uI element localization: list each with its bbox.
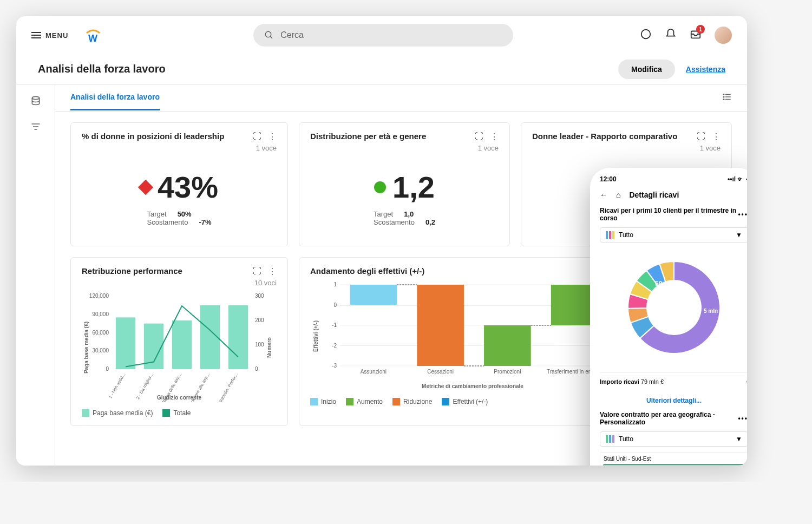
svg-point-14 (723, 99, 724, 100)
svg-text:5 - Straordin. Perfor…: 5 - Straordin. Perfor… (214, 372, 239, 402)
kpi-value: 1,2 (392, 169, 435, 205)
filter-value: Tutto (619, 231, 633, 239)
mobile-overlay: 12:00 ••ıl ᯤ ▪ ← ⌂ Dettagli ricavi Ricav… (590, 168, 747, 466)
mobile-summary-row[interactable]: Importo ricavi 79 mln € › (600, 372, 747, 390)
expand-icon[interactable]: ⛶ (253, 266, 261, 277)
target-value: 50% (178, 210, 192, 218)
mobile-filter-select-2[interactable]: Tutto ▼ (600, 431, 747, 447)
mobile-filter-select[interactable]: Tutto ▼ (600, 227, 747, 243)
tab-analisi[interactable]: Analisi della forza lavoro (70, 93, 160, 110)
mobile-header: ← ⌂ Dettagli ricavi (600, 191, 747, 199)
svg-text:-2: -2 (332, 343, 337, 349)
target-value: 1,0 (404, 210, 414, 218)
more-icon[interactable]: ⋮ (268, 132, 277, 142)
card-title: Andamento degli effettivi (+/-) (310, 266, 424, 276)
search-placeholder: Cerca (280, 30, 304, 40)
svg-text:90,000: 90,000 (92, 311, 109, 317)
card-title: Retribuzione performance (82, 266, 182, 276)
card-subtitle: 1 voce (310, 144, 499, 152)
deviation-label: Scostamento (374, 218, 415, 226)
svg-point-5 (32, 97, 39, 100)
svg-text:50 mln €: 50 mln € (655, 280, 681, 287)
tabs: Analisi della forza lavoro (55, 84, 747, 112)
diamond-icon (138, 179, 153, 194)
mobile-section-title: Ricavi per i primi 10 clienti per il tri… (600, 207, 738, 222)
filter-value: Tutto (619, 435, 633, 443)
search-input[interactable]: Cerca (253, 24, 513, 47)
expand-icon[interactable]: ⛶ (475, 132, 483, 142)
home-icon[interactable]: ⌂ (616, 191, 620, 199)
chat-icon[interactable] (640, 28, 652, 42)
circle-icon (374, 181, 386, 193)
row-label: Importo ricavi (600, 378, 639, 385)
svg-point-1 (266, 31, 272, 37)
svg-text:Metriche di cambiamento profes: Metriche di cambiamento professionale (422, 383, 523, 389)
deviation-value: -7% (199, 218, 211, 226)
svg-text:100: 100 (255, 342, 264, 348)
svg-text:W: W (88, 33, 97, 44)
svg-text:200: 200 (255, 317, 264, 323)
header-actions: Modifica Assistenza (618, 60, 725, 79)
svg-text:30,000: 30,000 (92, 348, 109, 353)
chevron-down-icon: ▼ (736, 435, 742, 443)
avatar[interactable] (715, 27, 732, 44)
svg-text:2 - Da miglior…: 2 - Da miglior… (135, 372, 155, 401)
donut-chart: 50 mln €5 mln € (614, 248, 734, 367)
sidebar (16, 84, 55, 466)
menu-button[interactable]: MENU (31, 31, 68, 40)
mobile-time: 12:00 (600, 175, 617, 183)
card-retribuzione: Retribuzione performance ⛶ ⋮ 10 voci 030… (70, 257, 288, 426)
chevron-right-icon: › (746, 378, 747, 385)
expand-icon[interactable]: ⛶ (697, 132, 705, 142)
svg-point-12 (723, 94, 724, 95)
mobile-section-title: Valore contratto per area geografica - P… (600, 411, 738, 426)
deviation-value: 0,2 (425, 218, 435, 226)
hamburger-icon (31, 32, 41, 38)
filter-icon[interactable] (30, 121, 41, 134)
svg-text:1 - Non sodd…: 1 - Non sodd… (108, 372, 127, 399)
workday-logo: W (84, 27, 102, 44)
svg-text:Promozioni: Promozioni (494, 369, 521, 375)
svg-text:60,000: 60,000 (92, 330, 109, 336)
svg-rect-53 (417, 285, 464, 366)
kpi-value: 43% (158, 169, 218, 205)
legend-item: Riduzione (403, 398, 432, 405)
more-icon[interactable]: ⋮ (268, 266, 277, 277)
svg-text:Paga base media (€): Paga base media (€) (83, 322, 89, 374)
list-view-icon[interactable] (722, 92, 732, 104)
svg-point-3 (641, 30, 651, 39)
svg-rect-31 (228, 305, 248, 369)
svg-text:1: 1 (333, 282, 337, 287)
data-sources-icon[interactable] (30, 95, 41, 108)
svg-text:Assunzioni: Assunzioni (361, 369, 387, 375)
row-value: 79 mln € (641, 378, 664, 385)
inbox-badge: 1 (696, 25, 705, 34)
modify-button[interactable]: Modifica (618, 60, 675, 79)
legend-item: Inizio (321, 398, 336, 405)
more-icon[interactable]: ••• (738, 415, 747, 422)
andamento-chart: -3-2-101Effettivi (+/-)Metriche di cambi… (310, 282, 613, 390)
svg-rect-56 (484, 325, 531, 366)
assistance-link[interactable]: Assistenza (686, 65, 725, 74)
inbox-icon[interactable]: 1 (690, 28, 702, 42)
mobile-signal-icon: ••ıl ᯤ ▪ (728, 175, 747, 183)
more-icon[interactable]: ⋮ (490, 132, 499, 142)
more-icon[interactable]: ⋮ (712, 132, 721, 142)
svg-text:5 mln €: 5 mln € (704, 308, 723, 314)
search-icon (264, 30, 274, 40)
more-icon[interactable]: ••• (738, 211, 747, 218)
svg-point-13 (723, 96, 724, 97)
svg-text:0: 0 (106, 366, 109, 372)
svg-line-2 (271, 36, 273, 38)
svg-text:Cessazioni: Cessazioni (427, 369, 454, 375)
target-label: Target (374, 210, 393, 218)
svg-text:Numero: Numero (266, 337, 272, 358)
notification-icon[interactable] (665, 28, 677, 42)
svg-text:0: 0 (255, 366, 258, 372)
back-icon[interactable]: ← (600, 191, 607, 199)
page-title: Analisi della forza lavoro (38, 63, 166, 75)
expand-icon[interactable]: ⛶ (253, 132, 261, 142)
more-details-link[interactable]: Ulteriori dettagli... (600, 390, 747, 411)
legend: Paga base media (€) Totale (82, 409, 277, 417)
page-header: Analisi della forza lavoro Modifica Assi… (16, 54, 747, 84)
